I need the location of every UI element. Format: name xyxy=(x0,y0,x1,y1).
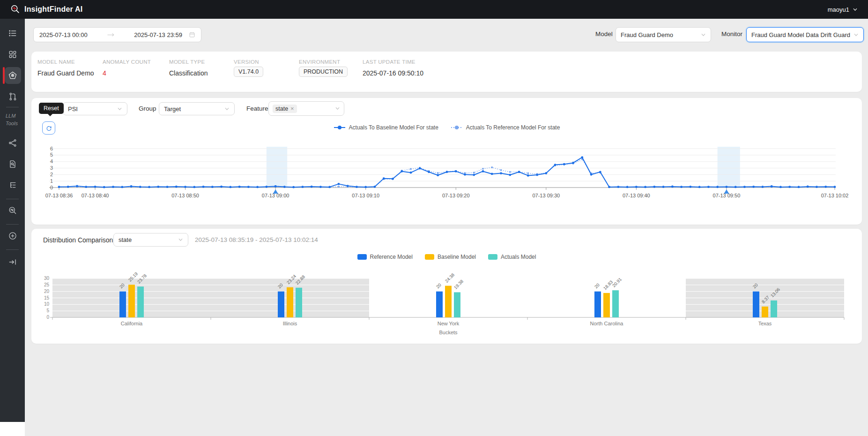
bar xyxy=(612,290,619,317)
sidebar-item-pipeline-branch[interactable] xyxy=(0,91,25,102)
drift-line-chart: 012345607-13 08:3607-13 08:4007-13 08:50… xyxy=(31,139,862,210)
tree-list-icon xyxy=(8,180,17,190)
svg-text:20: 20 xyxy=(44,289,50,294)
model-name-label: MODEL NAME xyxy=(37,59,75,65)
distribution-feature-value: state xyxy=(119,236,178,243)
date-start-field[interactable]: 2025-07-13 00:00 xyxy=(39,31,88,38)
drift-legend: Actuals To Baseline Model For stateActua… xyxy=(31,124,862,131)
bar-value-label: 20 xyxy=(594,282,601,289)
svg-text:07-13 09:30: 07-13 09:30 xyxy=(532,193,560,198)
svg-text:07-13 09:40: 07-13 09:40 xyxy=(623,193,650,198)
feature-select[interactable]: state× xyxy=(268,101,344,116)
svg-text:6: 6 xyxy=(50,146,53,151)
category-label: Illinois xyxy=(283,321,297,326)
model-label: Model xyxy=(595,30,613,38)
svg-text:07-13 08:40: 07-13 08:40 xyxy=(82,193,109,198)
sidebar-divider xyxy=(6,224,19,225)
anomaly-highlight-band xyxy=(718,147,740,188)
sidebar-item-collapse-arrow[interactable] xyxy=(0,256,25,268)
anomaly-marker-icon[interactable] xyxy=(724,189,729,194)
legend-item[interactable]: Actuals To Baseline Model For state xyxy=(334,124,438,131)
swap-right-arrow-icon xyxy=(88,31,134,38)
model-info-card: MODEL NAME Fraud Guard Demo ANOMALY COUN… xyxy=(31,52,862,92)
metric-select[interactable]: PSI xyxy=(63,102,127,115)
pipeline-branch-icon xyxy=(8,92,17,101)
anomaly-highlight-band xyxy=(267,147,287,188)
model-name-value: Fraud Guard Demo xyxy=(37,69,94,77)
model-monitor-icon xyxy=(8,71,17,80)
chevron-down-icon xyxy=(178,237,183,242)
search-pulse-icon xyxy=(8,206,17,215)
bar-value-label: 24.38 xyxy=(444,272,456,284)
chevron-down-icon xyxy=(335,106,340,111)
svg-text:07-13 08:36: 07-13 08:36 xyxy=(45,193,73,198)
menu-list-icon xyxy=(8,29,17,38)
calendar-icon[interactable] xyxy=(189,31,195,38)
version-label: VERSION xyxy=(234,59,259,65)
bar xyxy=(762,307,768,317)
dashboard-grid-icon xyxy=(8,50,17,59)
svg-text:07-13 10:02: 07-13 10:02 xyxy=(821,193,849,198)
bar xyxy=(753,292,759,317)
chevron-down-icon xyxy=(853,32,859,38)
legend-item[interactable]: Actuals To Reference Model For state xyxy=(451,124,560,131)
bar xyxy=(296,288,302,317)
user-menu[interactable]: maoyu1 xyxy=(828,6,858,13)
last-update-value: 2025-07-16 09:50:10 xyxy=(363,69,423,77)
bar xyxy=(128,285,135,317)
remove-tag-icon[interactable]: × xyxy=(290,105,294,112)
svg-text:15: 15 xyxy=(44,295,50,301)
category-label: New York xyxy=(438,321,460,326)
svg-text:3: 3 xyxy=(50,165,53,171)
sidebar-item-add-circle[interactable] xyxy=(0,230,25,241)
legend-item[interactable]: Actuals Model xyxy=(488,254,536,260)
metric-select-value: PSI xyxy=(68,105,117,113)
svg-text:5: 5 xyxy=(46,308,49,313)
monitor-select-value: Fraud Guard Model Data Drift Guard xyxy=(751,31,853,38)
bar xyxy=(454,292,460,317)
sidebar-footer xyxy=(0,422,25,436)
distribution-bar-chart: 051015202530California2025.1923.78Illino… xyxy=(31,272,862,340)
sidebar-divider xyxy=(6,107,19,107)
bar xyxy=(119,292,126,317)
bar xyxy=(594,292,601,317)
chevron-down-icon xyxy=(224,106,230,112)
legend-item[interactable]: Reference Model xyxy=(357,254,413,260)
sidebar-item-llm-flow[interactable] xyxy=(0,137,25,149)
svg-text:0: 0 xyxy=(46,315,49,320)
drift-chart-card: Reset PSI Group Target Feature state× Ac… xyxy=(31,98,862,225)
legend-item[interactable]: Baseline Model xyxy=(425,254,476,260)
svg-text:07-13 09:10: 07-13 09:10 xyxy=(352,193,379,198)
group-label: Group xyxy=(139,105,156,112)
category-label: California xyxy=(121,321,143,326)
monitor-label: Monitor xyxy=(721,30,742,38)
date-end-field[interactable]: 2025-07-13 23:59 xyxy=(134,31,182,38)
model-select[interactable]: Fraud Guard Demo xyxy=(616,27,711,42)
sidebar-item-dashboard-grid[interactable] xyxy=(0,49,25,60)
sidebar-item-menu-list[interactable] xyxy=(0,28,25,39)
monitor-select[interactable]: Fraud Guard Model Data Drift Guard xyxy=(746,27,864,42)
distribution-title: Distribution Comparison xyxy=(43,236,113,244)
legend-swatch-icon xyxy=(357,254,367,260)
sidebar-item-search-pulse[interactable] xyxy=(0,205,25,216)
anomaly-marker-icon[interactable] xyxy=(273,189,278,194)
svg-text:07-13 09:20: 07-13 09:20 xyxy=(442,193,470,198)
feature-tag: state× xyxy=(273,105,297,113)
legend-swatch-icon xyxy=(488,254,497,260)
buckets-axis-label: Buckets xyxy=(439,330,458,335)
sidebar-item-model-monitor[interactable] xyxy=(0,70,25,81)
distribution-legend: Reference ModelBaseline ModelActuals Mod… xyxy=(31,254,862,260)
chevron-down-icon xyxy=(853,7,858,12)
sidebar-item-tree-list[interactable] xyxy=(0,180,25,191)
category-label: Texas xyxy=(758,321,772,326)
svg-text:1: 1 xyxy=(50,178,53,184)
bar-value-label: 19.38 xyxy=(453,278,465,290)
sidebar-item-document-search[interactable] xyxy=(0,158,25,170)
group-select[interactable]: Target xyxy=(159,102,235,115)
distribution-feature-select[interactable]: state xyxy=(113,233,188,247)
bar-value-label: 20 xyxy=(435,282,442,289)
date-range-picker[interactable]: 2025-07-13 00:00 2025-07-13 23:59 xyxy=(33,27,201,42)
group-select-value: Target xyxy=(164,105,224,113)
bar xyxy=(287,287,293,317)
last-update-label: LAST UPDATE TIME xyxy=(363,59,415,65)
